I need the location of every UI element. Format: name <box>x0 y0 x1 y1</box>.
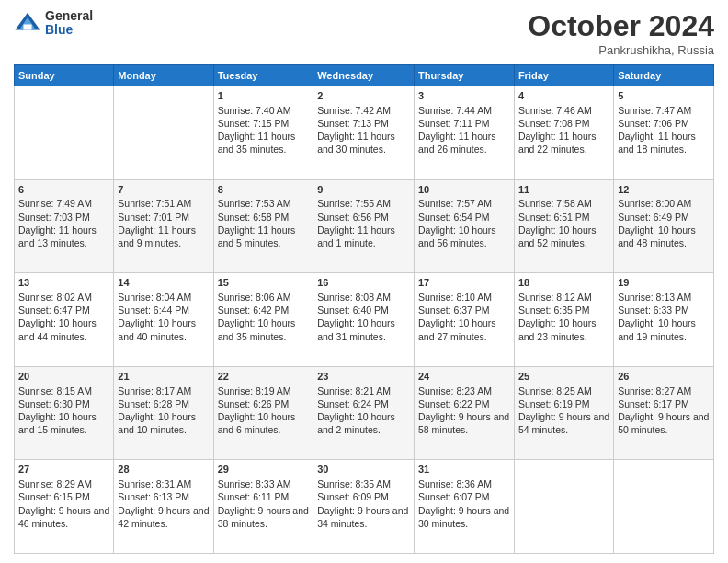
day-info: Sunrise: 7:53 AM <box>218 197 310 210</box>
weekday-row: SundayMondayTuesdayWednesdayThursdayFrid… <box>15 65 714 86</box>
day-info: Daylight: 11 hours and 13 minutes. <box>18 224 109 249</box>
day-info: Sunrise: 8:27 AM <box>618 385 710 397</box>
day-info: Sunset: 6:28 PM <box>118 397 209 410</box>
day-number: 13 <box>18 276 109 290</box>
calendar-cell: 5Sunrise: 7:47 AMSunset: 7:06 PMDaylight… <box>614 86 714 180</box>
day-info: Sunrise: 7:55 AM <box>317 197 410 210</box>
calendar-cell <box>614 460 714 554</box>
calendar-cell: 8Sunrise: 7:53 AMSunset: 6:58 PMDaylight… <box>213 179 313 273</box>
calendar-cell: 29Sunrise: 8:33 AMSunset: 6:11 PMDayligh… <box>213 460 313 554</box>
day-number: 16 <box>317 276 410 290</box>
day-info: Daylight: 9 hours and 30 minutes. <box>418 504 510 530</box>
calendar-cell <box>514 460 613 554</box>
day-info: Sunset: 6:44 PM <box>118 304 209 316</box>
day-number: 29 <box>218 463 310 477</box>
day-info: Sunset: 7:03 PM <box>18 211 109 224</box>
day-info: Sunset: 6:15 PM <box>18 490 109 503</box>
calendar-cell: 26Sunrise: 8:27 AMSunset: 6:17 PMDayligh… <box>614 366 714 460</box>
calendar-week: 1Sunrise: 7:40 AMSunset: 7:15 PMDaylight… <box>15 86 714 180</box>
day-info: Daylight: 9 hours and 34 minutes. <box>317 504 410 530</box>
day-number: 23 <box>317 370 410 384</box>
day-info: Daylight: 9 hours and 42 minutes. <box>118 504 209 530</box>
day-info: Daylight: 10 hours and 31 minutes. <box>317 316 410 342</box>
day-info: Sunrise: 8:08 AM <box>317 291 410 304</box>
calendar-cell: 10Sunrise: 7:57 AMSunset: 6:54 PMDayligh… <box>414 179 514 273</box>
day-number: 22 <box>218 370 310 384</box>
calendar-cell: 12Sunrise: 8:00 AMSunset: 6:49 PMDayligh… <box>614 179 714 273</box>
logo-blue: Blue <box>45 23 93 37</box>
day-number: 15 <box>218 276 310 290</box>
day-info: Daylight: 10 hours and 52 minutes. <box>518 224 609 249</box>
logo-general: General <box>45 9 93 23</box>
day-number: 30 <box>317 463 410 477</box>
day-info: Daylight: 9 hours and 46 minutes. <box>18 504 109 530</box>
day-info: Sunrise: 7:47 AM <box>618 104 710 117</box>
day-info: Daylight: 10 hours and 56 minutes. <box>418 224 510 249</box>
weekday-header: Wednesday <box>313 65 415 86</box>
day-info: Sunset: 6:42 PM <box>218 304 310 316</box>
calendar-week: 13Sunrise: 8:02 AMSunset: 6:47 PMDayligh… <box>15 273 714 367</box>
day-info: Sunset: 6:54 PM <box>418 211 510 224</box>
day-number: 2 <box>317 89 410 103</box>
svg-rect-2 <box>24 25 32 30</box>
day-info: Sunset: 6:26 PM <box>218 397 310 410</box>
day-info: Sunset: 7:08 PM <box>518 117 609 130</box>
day-info: Daylight: 11 hours and 30 minutes. <box>317 130 410 155</box>
day-info: Daylight: 10 hours and 6 minutes. <box>218 410 310 436</box>
day-info: Sunset: 6:58 PM <box>218 211 310 224</box>
day-info: Sunset: 6:49 PM <box>618 211 710 224</box>
calendar-cell <box>15 86 114 180</box>
day-info: Daylight: 9 hours and 38 minutes. <box>218 504 310 530</box>
day-info: Sunset: 7:13 PM <box>317 117 410 130</box>
calendar-table: SundayMondayTuesdayWednesdayThursdayFrid… <box>14 64 714 554</box>
day-info: Sunrise: 7:40 AM <box>218 104 310 117</box>
day-info: Sunrise: 8:04 AM <box>118 291 209 304</box>
day-number: 19 <box>618 276 710 290</box>
day-info: Sunrise: 7:46 AM <box>518 104 609 117</box>
day-number: 18 <box>518 276 609 290</box>
calendar-cell: 2Sunrise: 7:42 AMSunset: 7:13 PMDaylight… <box>313 86 415 180</box>
day-info: Sunrise: 7:51 AM <box>118 197 209 210</box>
day-number: 26 <box>618 370 710 384</box>
day-info: Sunset: 6:40 PM <box>317 304 410 316</box>
weekday-header: Thursday <box>414 65 514 86</box>
day-info: Sunset: 6:19 PM <box>518 397 609 410</box>
logo-icon <box>14 9 41 37</box>
day-info: Sunrise: 7:49 AM <box>18 197 109 210</box>
calendar-cell: 9Sunrise: 7:55 AMSunset: 6:56 PMDaylight… <box>313 179 415 273</box>
calendar-cell: 27Sunrise: 8:29 AMSunset: 6:15 PMDayligh… <box>15 460 114 554</box>
day-info: Sunrise: 8:23 AM <box>418 385 510 397</box>
calendar-cell: 14Sunrise: 8:04 AMSunset: 6:44 PMDayligh… <box>114 273 213 367</box>
day-info: Daylight: 10 hours and 27 minutes. <box>418 316 510 342</box>
day-info: Daylight: 10 hours and 40 minutes. <box>118 316 209 342</box>
day-info: Sunset: 6:07 PM <box>418 490 510 503</box>
day-info: Daylight: 11 hours and 26 minutes. <box>418 130 510 155</box>
day-info: Sunset: 6:56 PM <box>317 211 410 224</box>
day-info: Sunset: 6:30 PM <box>18 397 109 410</box>
day-info: Sunrise: 8:13 AM <box>618 291 710 304</box>
day-info: Sunrise: 8:10 AM <box>418 291 510 304</box>
day-info: Daylight: 10 hours and 23 minutes. <box>518 316 609 342</box>
location-subtitle: Pankrushikha, Russia <box>528 43 714 57</box>
day-info: Sunset: 6:24 PM <box>317 397 410 410</box>
day-number: 14 <box>118 276 209 290</box>
calendar-week: 27Sunrise: 8:29 AMSunset: 6:15 PMDayligh… <box>15 460 714 554</box>
day-info: Daylight: 11 hours and 5 minutes. <box>218 224 310 249</box>
day-info: Sunrise: 8:25 AM <box>518 385 609 397</box>
month-title: October 2024 <box>528 9 714 43</box>
weekday-header: Sunday <box>15 65 114 86</box>
day-number: 17 <box>418 276 510 290</box>
calendar-cell: 7Sunrise: 7:51 AMSunset: 7:01 PMDaylight… <box>114 179 213 273</box>
day-info: Daylight: 10 hours and 2 minutes. <box>317 410 410 436</box>
day-number: 10 <box>418 183 510 197</box>
day-info: Sunrise: 8:17 AM <box>118 385 209 397</box>
weekday-header: Monday <box>114 65 213 86</box>
calendar-cell: 24Sunrise: 8:23 AMSunset: 6:22 PMDayligh… <box>414 366 514 460</box>
day-info: Sunrise: 8:31 AM <box>118 477 209 490</box>
day-info: Sunrise: 8:35 AM <box>317 477 410 490</box>
day-info: Sunrise: 8:29 AM <box>18 477 109 490</box>
day-number: 4 <box>518 89 609 103</box>
day-info: Daylight: 11 hours and 22 minutes. <box>518 130 609 155</box>
day-info: Daylight: 11 hours and 1 minute. <box>317 224 410 249</box>
day-number: 28 <box>118 463 209 477</box>
